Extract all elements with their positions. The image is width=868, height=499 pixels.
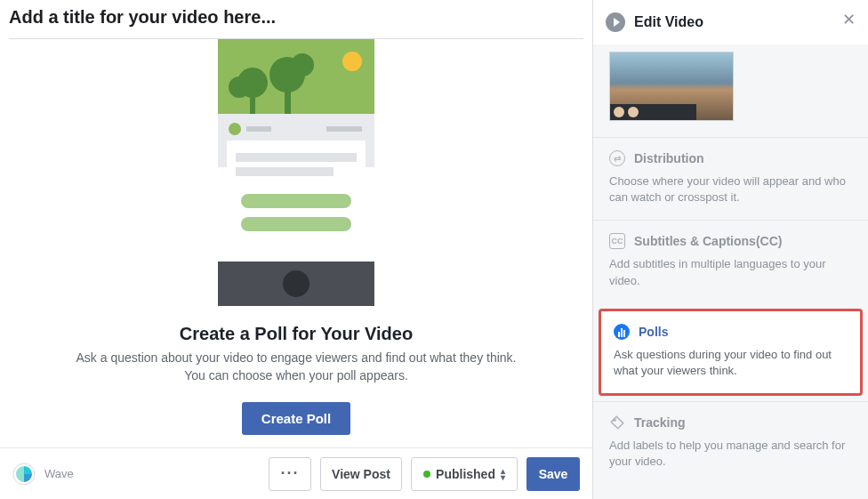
polls-title: Polls: [639, 325, 668, 339]
tag-icon: [609, 414, 625, 431]
section-subtitles[interactable]: CC Subtitles & Captions(CC) Add subtitle…: [593, 220, 868, 302]
poll-illustration: [218, 39, 374, 306]
thumbnail-preview[interactable]: [609, 52, 734, 121]
distribution-desc: Choose where your video will appear and …: [609, 173, 852, 205]
polls-desc: Ask questions during your video to find …: [614, 347, 848, 379]
distribution-icon: ⇄: [609, 150, 625, 166]
section-thumbnail[interactable]: [593, 44, 868, 137]
video-title-input[interactable]: Add a title for your video here...: [9, 7, 583, 28]
sort-icon: ▴▾: [501, 468, 505, 480]
play-icon: [606, 12, 625, 32]
brand-label: Wave: [44, 467, 74, 480]
poll-heading: Create a Poll for Your Video: [180, 324, 413, 344]
more-button[interactable]: ···: [269, 457, 311, 491]
status-dot-icon: [423, 471, 430, 478]
svg-point-1: [614, 419, 615, 421]
published-label: Published: [436, 467, 495, 481]
published-dropdown[interactable]: Published ▴▾: [411, 457, 518, 491]
main-panel: Add a title for your video here...: [0, 0, 592, 499]
sidebar: Edit Video ✕ ⇄ Distribution Choose where…: [592, 0, 868, 499]
poll-description: Ask a question about your video to engag…: [65, 350, 527, 384]
distribution-title: Distribution: [634, 151, 704, 165]
view-post-button[interactable]: View Post: [320, 457, 402, 491]
cc-icon: CC: [609, 233, 625, 249]
close-button[interactable]: ✕: [841, 12, 856, 27]
polls-icon: [614, 324, 630, 340]
section-tracking[interactable]: Tracking Add labels to help you manage a…: [593, 401, 868, 484]
tracking-desc: Add labels to help you manage and search…: [609, 438, 852, 470]
sidebar-scroll[interactable]: ⇄ Distribution Choose where your video w…: [593, 44, 868, 499]
content-area: Create a Poll for Your Video Ask a quest…: [0, 39, 592, 447]
subtitles-desc: Add subtitles in multiple languages to y…: [609, 256, 852, 288]
tracking-title: Tracking: [634, 415, 686, 430]
footer-bar: Wave ··· View Post Published ▴▾ Save: [0, 447, 592, 499]
section-distribution[interactable]: ⇄ Distribution Choose where your video w…: [593, 137, 868, 220]
section-polls[interactable]: Polls Ask questions during your video to…: [599, 309, 863, 396]
sidebar-header: Edit Video ✕: [593, 0, 868, 44]
create-poll-button[interactable]: Create Poll: [242, 402, 350, 435]
title-input-area[interactable]: Add a title for your video here...: [0, 0, 592, 36]
sidebar-title: Edit Video: [634, 14, 703, 30]
wave-logo-icon: [12, 463, 36, 486]
subtitles-title: Subtitles & Captions(CC): [634, 234, 782, 248]
save-button[interactable]: Save: [526, 457, 580, 491]
